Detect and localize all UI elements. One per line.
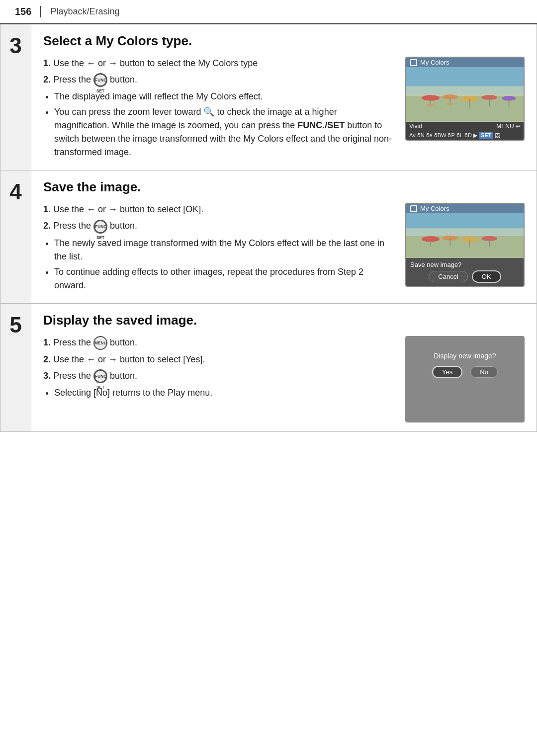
section-4-image: My Colors <box>405 203 525 287</box>
cam-screen-header-3: My Colors <box>406 58 524 67</box>
step-number-3: 3 <box>0 24 31 170</box>
cancel-button[interactable]: Cancel <box>429 271 467 282</box>
save-buttons: Cancel OK <box>410 270 520 283</box>
svg-rect-2 <box>406 86 524 96</box>
section-5-text: 1. Press the MENU button. 2. Use the ← o… <box>43 336 393 402</box>
section-4-steps: 1. Use the ← or → button to select [OK].… <box>43 203 393 233</box>
section-4-content: Save the image. 1. Use the ← or → button… <box>31 170 537 303</box>
step-3-1: 1. Use the ← or → button to select the M… <box>43 57 393 70</box>
section-3-body: 1. Use the ← or → button to select the M… <box>43 57 525 161</box>
ok-button[interactable]: OK <box>472 270 501 283</box>
cam-beach-image-4 <box>406 213 524 258</box>
section-5-steps: 1. Press the MENU button. 2. Use the ← o… <box>43 336 393 384</box>
bullet-3-2: You can press the zoom lever toward 🔍 to… <box>54 105 393 159</box>
section-3-text: 1. Use the ← or → button to select the M… <box>43 57 393 161</box>
bullet-4-2: To continue adding effects to other imag… <box>54 265 393 292</box>
cam-screen-label-3: My Colors <box>420 59 449 66</box>
bullet-4-1: The newly saved image transformed with t… <box>54 237 393 263</box>
func-set-icon-5-3: FUNCSET <box>93 369 107 383</box>
camera-icon-3 <box>410 59 417 66</box>
section-4-body: 1. Use the ← or → button to select [OK].… <box>43 203 525 294</box>
vivid-label: Vivid <box>409 123 422 130</box>
step-number-4: 4 <box>0 170 31 303</box>
step-4-1: 1. Use the ← or → button to select [OK]. <box>43 203 393 216</box>
page-number: 156 <box>15 6 41 17</box>
step-number-5: 5 <box>0 304 31 431</box>
section-5-image: Display new image? Yes No <box>405 336 525 422</box>
yes-button[interactable]: Yes <box>432 366 462 378</box>
display-buttons: Yes No <box>432 366 498 378</box>
set-badge-3: SET <box>479 132 493 139</box>
section-4-text: 1. Use the ← or → button to select [OK].… <box>43 203 393 294</box>
func-set-icon-4-2: FUNCSET <box>93 220 107 234</box>
section-4-title: Save the image. <box>43 179 525 195</box>
cam-screen-4: My Colors <box>405 203 525 287</box>
svg-rect-14 <box>447 103 453 105</box>
cam-screen-3: My Colors <box>405 57 525 141</box>
section-3: 3 Select a My Colors type. 1. Use the ← … <box>0 24 537 170</box>
cam-screen-label-4: My Colors <box>420 205 449 212</box>
svg-rect-17 <box>406 229 524 237</box>
save-question: Save new image? <box>410 261 520 268</box>
display-question: Display new image? <box>434 352 496 360</box>
bullet-3-1: The displayed image will reflect the My … <box>54 90 393 103</box>
section-4-bullets: The newly saved image transformed with t… <box>43 237 393 292</box>
section-5-content: Display the saved image. 1. Press the ME… <box>31 304 537 431</box>
cam-display-body: Display new image? Yes No <box>406 337 524 421</box>
section-5: 5 Display the saved image. 1. Press the … <box>0 304 537 432</box>
section-3-title: Select a My Colors type. <box>43 33 525 49</box>
step-3-2: 2. Press the FUNCSET button. <box>43 73 393 87</box>
bullet-5-1: Selecting [No] returns to the Play menu. <box>54 386 393 400</box>
camera-icon-4 <box>410 205 417 212</box>
page-header: 156 Playback/Erasing <box>0 0 537 24</box>
cam-save-footer-4: Save new image? Cancel OK <box>406 258 524 286</box>
cam-beach-image-3 <box>406 67 524 122</box>
step-5-1: 1. Press the MENU button. <box>43 336 393 350</box>
no-button[interactable]: No <box>470 366 498 378</box>
step-5-2: 2. Use the ← or → button to select [Yes]… <box>43 353 393 366</box>
section-3-steps: 1. Use the ← or → button to select the M… <box>43 57 393 87</box>
cam-screen-footer-3: Vivid MENU ↩ <box>406 122 524 131</box>
svg-rect-13 <box>427 104 435 106</box>
menu-icon-5-1: MENU <box>93 336 107 350</box>
cam-screen-5: Display new image? Yes No <box>405 336 525 422</box>
section-3-content: Select a My Colors type. 1. Use the ← or… <box>31 24 537 170</box>
page-subtitle: Playback/Erasing <box>50 6 119 17</box>
section-5-body: 1. Press the MENU button. 2. Use the ← o… <box>43 336 525 422</box>
cam-symbols-3: Av ẟN ẟe ẟBW ẟP ẟL ẟD ▶ SET 🖼 <box>406 131 524 140</box>
step-4-2: 2. Press the FUNCSET button. <box>43 219 393 233</box>
section-5-bullets: Selecting [No] returns to the Play menu. <box>43 386 393 400</box>
section-5-title: Display the saved image. <box>43 313 525 328</box>
step-5-3: 3. Press the FUNCSET button. <box>43 369 393 383</box>
menu-label-3: MENU ↩ <box>496 123 521 130</box>
func-set-icon-3-2: FUNCSET <box>93 73 107 87</box>
section-3-bullets: The displayed image will reflect the My … <box>43 90 393 159</box>
section-4: 4 Save the image. 1. Use the ← or → butt… <box>0 170 537 303</box>
section-3-image: My Colors <box>405 57 525 141</box>
cam-screen-header-4: My Colors <box>406 204 524 213</box>
